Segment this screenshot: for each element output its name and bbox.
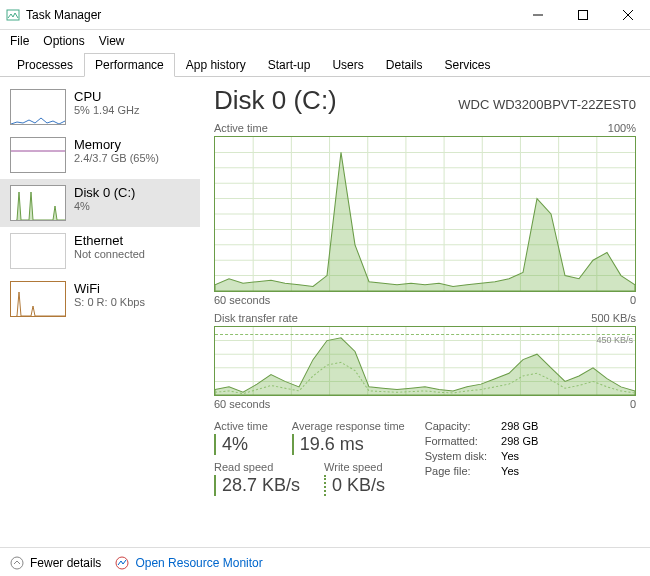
tab-startup[interactable]: Start-up [257,53,322,77]
sidebar-item-ethernet[interactable]: EthernetNot connected [0,227,200,275]
tab-users[interactable]: Users [321,53,374,77]
tab-processes[interactable]: Processes [6,53,84,77]
sidebar-item-wifi[interactable]: WiFiS: 0 R: 0 Kbps [0,275,200,323]
active-time-chart [214,136,636,292]
svg-rect-0 [7,10,19,20]
window-title: Task Manager [26,8,101,22]
fewer-details-button[interactable]: Fewer details [10,556,101,570]
transfer-rate-chart: 450 KB/s [214,326,636,396]
read-speed-label: Read speed [214,461,300,473]
sidebar-wifi-title: WiFi [74,281,145,296]
memory-thumbnail [10,137,66,173]
sidebar-cpu-title: CPU [74,89,139,104]
sidebar-item-memory[interactable]: Memory2.4/3.7 GB (65%) [0,131,200,179]
chart1-label: Active time [214,122,268,134]
sidebar: CPU5% 1.94 GHz Memory2.4/3.7 GB (65%) Di… [0,77,200,547]
sidebar-memory-title: Memory [74,137,159,152]
close-button[interactable] [605,0,650,30]
chart1-xleft: 60 seconds [214,294,270,306]
maximize-button[interactable] [560,0,605,30]
sidebar-item-disk[interactable]: Disk 0 (C:)4% [0,179,200,227]
formatted-value: 298 GB [501,435,538,447]
open-resource-monitor-label: Open Resource Monitor [135,556,262,570]
tab-services[interactable]: Services [433,53,501,77]
tab-performance[interactable]: Performance [84,53,175,77]
cpu-thumbnail [10,89,66,125]
sidebar-disk-sub: 4% [74,200,135,212]
svg-marker-25 [215,152,635,291]
pagefile-value: Yes [501,465,538,477]
window-controls [515,0,650,30]
sidebar-cpu-sub: 5% 1.94 GHz [74,104,139,116]
read-speed-value: 28.7 KB/s [214,475,300,496]
footer: Fewer details Open Resource Monitor [0,547,650,576]
page-title: Disk 0 (C:) [214,85,337,116]
menu-options[interactable]: Options [43,34,84,48]
pagefile-label: Page file: [425,465,487,477]
chart1-xright: 0 [630,294,636,306]
formatted-label: Formatted: [425,435,487,447]
open-resource-monitor-link[interactable]: Open Resource Monitor [115,556,262,570]
sidebar-memory-sub: 2.4/3.7 GB (65%) [74,152,159,164]
minimize-button[interactable] [515,0,560,30]
disk-model: WDC WD3200BPVT-22ZEST0 [458,97,636,112]
svg-rect-2 [578,10,587,19]
fewer-details-label: Fewer details [30,556,101,570]
app-icon [6,8,20,22]
wifi-thumbnail [10,281,66,317]
menubar: File Options View [0,30,650,52]
resource-monitor-icon [115,556,129,570]
active-time-value: 4% [214,434,268,455]
disk-info-table: Capacity:298 GB Formatted:298 GB System … [425,420,539,496]
menu-file[interactable]: File [10,34,29,48]
chevron-up-icon [10,556,24,570]
capacity-value: 298 GB [501,420,538,432]
sidebar-wifi-sub: S: 0 R: 0 Kbps [74,296,145,308]
chart2-label: Disk transfer rate [214,312,298,324]
sysdisk-label: System disk: [425,450,487,462]
tab-app-history[interactable]: App history [175,53,257,77]
write-speed-value: 0 KB/s [324,475,385,496]
chart2-xright: 0 [630,398,636,410]
sidebar-disk-title: Disk 0 (C:) [74,185,135,200]
chart1-max: 100% [608,122,636,134]
capacity-label: Capacity: [425,420,487,432]
chart2-xleft: 60 seconds [214,398,270,410]
tabstrip: Processes Performance App history Start-… [0,52,650,77]
avg-response-label: Average response time [292,420,405,432]
main-panel: Disk 0 (C:) WDC WD3200BPVT-22ZEST0 Activ… [200,77,650,547]
sidebar-item-cpu[interactable]: CPU5% 1.94 GHz [0,83,200,131]
sysdisk-value: Yes [501,450,538,462]
sidebar-ethernet-title: Ethernet [74,233,145,248]
tab-details[interactable]: Details [375,53,434,77]
chart2-marker: 450 KB/s [215,334,635,345]
sidebar-ethernet-sub: Not connected [74,248,145,260]
active-time-label: Active time [214,420,268,432]
chart2-max: 500 KB/s [591,312,636,324]
write-speed-label: Write speed [324,461,385,473]
titlebar: Task Manager [0,0,650,30]
avg-response-value: 19.6 ms [292,434,405,455]
menu-view[interactable]: View [99,34,125,48]
svg-point-41 [11,557,23,569]
disk-thumbnail [10,185,66,221]
ethernet-thumbnail [10,233,66,269]
